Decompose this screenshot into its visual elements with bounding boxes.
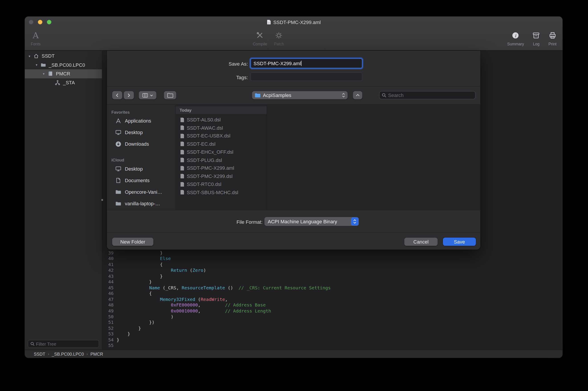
- print-button[interactable]: Print: [548, 30, 556, 46]
- filter-tree-field[interactable]: [28, 340, 99, 348]
- line-number: 52: [102, 326, 114, 331]
- path-item-SSDT[interactable]: SSDT: [34, 352, 45, 356]
- file-row[interactable]: SSDT-PMC-X299.dsl: [176, 172, 267, 180]
- up-down-chevrons-icon: [342, 93, 345, 98]
- method-icon: [54, 80, 61, 86]
- chevron-up-icon: [356, 94, 359, 96]
- file-row[interactable]: SSDT-AWAC.dsl: [176, 124, 267, 132]
- file-row[interactable]: SSDT-EC-USBX.dsl: [176, 132, 267, 140]
- place-label: Documents: [125, 178, 150, 183]
- file-row[interactable]: SSDT-PMC-X299.aml: [176, 164, 267, 172]
- info-icon: i: [512, 30, 519, 41]
- place-item-opencore-vani-[interactable]: Opencore-Vani…: [107, 186, 175, 198]
- places-sidebar: FavoritesApplicationsDesktopDownloadsiCl…: [107, 104, 175, 210]
- file-name: SSDT-ALS0.dsl: [187, 117, 221, 122]
- minimize-button[interactable]: [38, 20, 42, 24]
- location-popup[interactable]: AcpiSamples: [252, 91, 348, 99]
- cancel-button[interactable]: Cancel: [404, 238, 438, 246]
- place-item-applications[interactable]: Applications: [107, 115, 175, 127]
- file-row[interactable]: SSDT-EHCx_OFF.dsl: [176, 148, 267, 156]
- code-line-41: 41 {: [102, 262, 562, 268]
- document-icon: [180, 141, 185, 147]
- view-mode-button[interactable]: [139, 91, 156, 99]
- file-row[interactable]: SSDT-ALS0.dsl: [176, 116, 267, 124]
- document-icon: [267, 19, 271, 25]
- log-box-icon: [532, 30, 540, 41]
- search-icon: [382, 93, 386, 98]
- tree-item-_STA[interactable]: _STA: [25, 78, 102, 87]
- folder-icon: [115, 200, 121, 207]
- places-section-favorites: Favorites: [107, 109, 175, 115]
- columns-view-icon: [142, 93, 148, 98]
- code-line-54: 54}: [102, 337, 562, 343]
- file-name: SSDT-AWAC.dsl: [187, 125, 223, 131]
- tags-field[interactable]: [251, 72, 362, 81]
- titlebar: SSDT-PMC-X299.aml: [25, 16, 562, 28]
- fonts-icon: A: [33, 30, 39, 41]
- column-divider: [267, 104, 267, 210]
- desktop: SSDT-PMC-X299.aml A Fonts: [0, 0, 588, 391]
- parent-folder-button[interactable]: [353, 91, 362, 99]
- place-item-desktop[interactable]: Desktop: [107, 163, 175, 175]
- patch-button[interactable]: Patch: [274, 30, 284, 46]
- file-row[interactable]: SSDT-PLUG.dsl: [176, 156, 267, 164]
- line-number: 47: [102, 297, 114, 302]
- code-line-44: 44 }: [102, 279, 562, 285]
- code-line-55: 55: [102, 343, 562, 349]
- places-section-icloud: iCloud: [107, 157, 175, 163]
- file-row[interactable]: SSDT-SBUS-MCHC.dsl: [176, 188, 267, 196]
- zoom-button[interactable]: [47, 20, 51, 24]
- place-item-downloads[interactable]: Downloads: [107, 138, 175, 150]
- place-item-documents[interactable]: Documents: [107, 175, 175, 186]
- save-button[interactable]: Save: [443, 238, 476, 246]
- log-button[interactable]: Log: [532, 30, 540, 46]
- place-label: Desktop: [125, 166, 143, 172]
- line-number: 44: [102, 279, 114, 285]
- new-folder-button[interactable]: New Folder: [112, 238, 153, 246]
- compile-button[interactable]: Compile: [253, 30, 267, 46]
- disclosure-triangle-icon[interactable]: ▾: [41, 72, 46, 76]
- divider: [107, 232, 480, 233]
- place-item-desktop[interactable]: Desktop: [107, 127, 175, 138]
- tags-input[interactable]: [251, 73, 362, 81]
- chevron-right-icon: [127, 93, 130, 98]
- forward-button[interactable]: [124, 91, 134, 99]
- line-number: 50: [102, 314, 114, 320]
- fonts-button[interactable]: A Fonts: [31, 30, 40, 46]
- disclosure-triangle-icon[interactable]: ▾: [34, 63, 39, 67]
- back-button[interactable]: [112, 91, 122, 99]
- save-as-label: Save As:: [107, 61, 248, 67]
- tree-item-SSDT[interactable]: ▾SSDT: [25, 52, 102, 61]
- document-icon: [180, 174, 185, 179]
- disclosure-triangle-icon[interactable]: ▾: [27, 54, 32, 58]
- blue-folder-icon: [255, 93, 261, 98]
- path-item-PMCR[interactable]: PMCR: [90, 352, 103, 356]
- tree-item-PMCR[interactable]: ▾PMCR: [25, 69, 102, 78]
- filter-tree-input[interactable]: [36, 341, 96, 347]
- new-folder-icon-button[interactable]: [164, 91, 176, 99]
- chevron-down-icon: [150, 94, 153, 96]
- save-as-field[interactable]: SSDT-PMC-X299.aml: [251, 59, 362, 68]
- search-input[interactable]: [388, 92, 473, 98]
- file-row[interactable]: SSDT-RTC0.dsl: [176, 180, 267, 188]
- code-line-52: 52 }: [102, 326, 562, 331]
- file-row[interactable]: SSDT-EC.dsl: [176, 140, 267, 148]
- path-item-_SB.PC00.LPC0[interactable]: _SB.PC00.LPC0: [52, 352, 84, 356]
- line-number: 49: [102, 308, 114, 314]
- line-number: 55: [102, 343, 114, 349]
- line-number: 41: [102, 262, 114, 268]
- code-line-51: 51 }): [102, 320, 562, 326]
- file-name: SSDT-EHCx_OFF.dsl: [187, 149, 233, 155]
- file-name: SSDT-PLUG.dsl: [187, 157, 222, 163]
- summary-button[interactable]: i Summary: [507, 30, 524, 46]
- file-format-popup[interactable]: ACPI Machine Language Binary: [264, 217, 359, 226]
- document-icon: [180, 166, 185, 171]
- downloads-icon: [115, 141, 121, 147]
- place-item-vanilla-laptop-[interactable]: vanilla-laptop-…: [107, 198, 175, 209]
- search-field[interactable]: [379, 91, 475, 99]
- code-line-46: 46 {: [102, 291, 562, 297]
- close-button[interactable]: [29, 20, 33, 24]
- tree-item-_SB.PC00.LPC0[interactable]: ▾_SB.PC00.LPC0: [25, 61, 102, 69]
- device-icon: [47, 71, 54, 77]
- splitter-handle[interactable]: [101, 199, 103, 201]
